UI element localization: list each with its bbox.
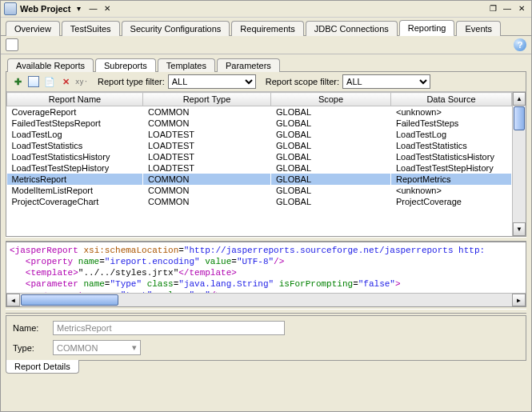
subreports-panel: ✚ 📄 ✕ xy· Report type filter: ALL Report… [6,71,526,237]
table-row[interactable]: CoverageReportCOMMONGLOBAL<unknown> [7,106,512,118]
subtab-available[interactable]: Available Reports [7,58,94,72]
subtab-subreports[interactable]: Subreports [95,58,156,72]
cell-type: COMMON [143,185,271,196]
cell-ds: <unknown> [391,185,512,196]
xml-content[interactable]: <jasperReport xsi:schemaLocation="http:/… [6,242,526,293]
cell-scope: GLOBAL [271,162,391,174]
cell-name: ProjectCoverageChart [7,196,143,207]
cell-type: COMMON [143,118,271,129]
xy-icon[interactable]: xy· [75,75,88,88]
window-title: Web Project [20,4,70,14]
scope-filter-select[interactable]: ALL [342,74,430,89]
type-label: Type: [13,343,53,353]
cell-scope: GLOBAL [271,118,391,129]
delete-icon[interactable]: ✕ [59,75,72,88]
table-row[interactable]: MetricsReportCOMMONGLOBALReportMetrics [7,174,512,185]
tab-requirements[interactable]: Requirements [231,21,303,36]
col-ds[interactable]: Data Source [391,93,512,106]
tab-security[interactable]: Security Configurations [122,21,230,36]
bottom-tabs: Report Details [1,361,531,378]
cell-scope: GLOBAL [271,140,391,151]
cell-type: COMMON [143,196,271,207]
cell-ds: LoadTestLog [391,129,512,140]
dropdown-icon[interactable]: ▾ [72,2,85,15]
col-scope[interactable]: Scope [271,93,391,106]
table-row[interactable]: LoadTestStatisticsHistoryLOADTESTGLOBALL… [7,151,512,162]
cell-type: COMMON [143,174,271,185]
tab-overview[interactable]: Overview [6,21,60,36]
table-row[interactable]: LoadTestLogLOADTESTGLOBALLoadTestLog [7,129,512,140]
cell-name: LoadTestStatisticsHistory [7,151,143,162]
tab-report-details[interactable]: Report Details [6,360,79,374]
cell-type: LOADTEST [143,151,271,162]
table-row[interactable]: LoadTestStatisticsLOADTESTGLOBALLoadTest… [7,140,512,151]
cell-scope: GLOBAL [271,106,391,118]
table-row[interactable]: ProjectCoverageChartCOMMONGLOBALProjectC… [7,196,512,207]
type-filter-select[interactable]: ALL [168,74,256,89]
xml-pane: <jasperReport xsi:schemaLocation="http:/… [6,242,526,307]
col-type[interactable]: Report Type [143,93,271,106]
cell-type: LOADTEST [143,129,271,140]
reports-table: Report Name Report Type Scope Data Sourc… [6,92,512,207]
tab-testsuites[interactable]: TestSuites [62,21,120,36]
restore-button[interactable]: ❐ [486,2,499,15]
cell-ds: LoadTestTestStepHistory [391,162,512,174]
type-combo[interactable]: COMMON▾ [53,340,141,355]
table-row[interactable]: LoadTestTestStepHistoryLOADTESTGLOBALLoa… [7,162,512,174]
titlebar: Web Project ▾ — ✕ ❐ — ✕ [1,1,531,18]
minimize-button[interactable]: — [501,2,514,15]
cell-scope: GLOBAL [271,185,391,196]
sub-tabs: Available Reports Subreports Templates P… [1,54,531,71]
scope-filter-label: Report scope filter: [266,77,339,86]
table-row[interactable]: FailedTestStepsReportCOMMONGLOBALFailedT… [7,118,512,129]
tab-jdbc[interactable]: JDBC Connections [306,21,398,36]
table-row[interactable]: ModelItemListReportCOMMONGLOBAL<unknown> [7,185,512,196]
table-wrap: Report Name Report Type Scope Data Sourc… [6,92,526,236]
xml-hscroll[interactable]: ◀ ▶ [6,293,526,306]
splitter-2[interactable] [6,309,526,314]
cell-type: LOADTEST [143,162,271,174]
vertical-scrollbar[interactable]: ▲ ▼ [512,92,526,236]
help-icon[interactable]: ? [514,38,526,51]
cell-ds: ProjectCoverage [391,196,512,207]
scroll-left-icon[interactable]: ◀ [6,294,20,306]
tab-events[interactable]: Events [456,21,501,36]
cell-name: LoadTestStatistics [7,140,143,151]
type-filter-label: Report type filter: [98,77,165,86]
cell-name: CoverageReport [7,106,143,118]
filterbar: ✚ 📄 ✕ xy· Report type filter: ALL Report… [6,72,526,92]
subtab-templates[interactable]: Templates [158,58,215,72]
name-field[interactable] [53,321,285,335]
cell-ds: FailedTestSteps [391,118,512,129]
toolbar: ? [1,36,531,54]
add-icon[interactable]: ✚ [11,75,24,88]
tab-reporting[interactable]: Reporting [399,20,455,36]
cell-type: COMMON [143,106,271,118]
scroll-down-icon[interactable]: ▼ [513,222,526,236]
window: Web Project ▾ — ✕ ❐ — ✕ Overview TestSui… [0,0,532,412]
cell-ds: LoadTestStatistics [391,140,512,151]
cell-scope: GLOBAL [271,174,391,185]
cell-name: ModelItemListReport [7,185,143,196]
close-button-left[interactable]: ✕ [101,2,114,15]
cell-name: LoadTestLog [7,129,143,140]
scroll-up-icon[interactable]: ▲ [513,92,526,106]
duplicate-icon[interactable] [27,75,40,88]
scroll-thumb[interactable] [514,106,525,130]
copy-icon[interactable]: 📄 [43,75,56,88]
app-icon [4,2,17,15]
cell-scope: GLOBAL [271,151,391,162]
scroll-right-icon[interactable]: ▶ [512,294,526,306]
close-button[interactable]: ✕ [515,2,528,15]
cell-ds: LoadTestStatisticsHistory [391,151,512,162]
chevron-down-icon: ▾ [132,342,137,353]
cell-name: FailedTestStepsReport [7,118,143,129]
xml-hscroll-thumb[interactable] [21,294,118,306]
cell-type: LOADTEST [143,140,271,151]
col-name[interactable]: Report Name [7,93,143,106]
cell-ds: ReportMetrics [391,174,512,185]
tool-icon[interactable] [6,38,18,51]
subtab-parameters[interactable]: Parameters [217,58,280,72]
minimize-button-left[interactable]: — [86,2,99,15]
main-tabs: Overview TestSuites Security Configurati… [1,18,531,36]
